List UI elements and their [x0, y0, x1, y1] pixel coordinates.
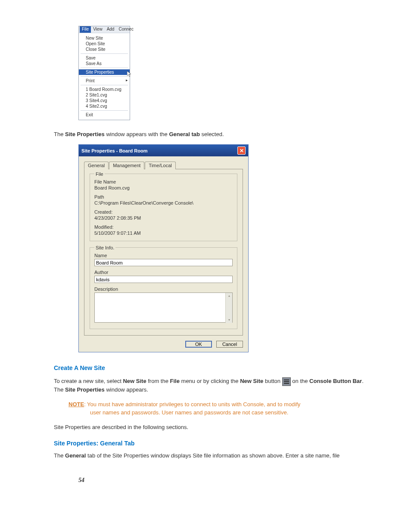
created-value: 4/23/2007 2:08:35 PM — [94, 215, 233, 221]
textarea-scrollbar[interactable]: ▴ ▾ — [225, 293, 232, 323]
menu-view[interactable]: View — [91, 26, 105, 33]
file-legend: File — [94, 171, 105, 177]
general-tab-paragraph: The General tab of the Site Properties w… — [54, 452, 364, 460]
svg-marker-0 — [127, 71, 131, 77]
create-site-paragraph: To create a new site, select New Site fr… — [54, 377, 364, 394]
dialog-title: Site Properties - Board Room — [81, 148, 147, 153]
description-textarea[interactable] — [94, 292, 233, 323]
menu-connect[interactable]: Connec — [116, 26, 135, 33]
ok-button[interactable]: OK — [185, 341, 212, 348]
file-fieldset: File File Name Board Room.cvg Path C:\Pr… — [90, 174, 237, 241]
menu-add[interactable]: Add — [105, 26, 117, 33]
site-info-fieldset: Site Info. Name Author Description ▴ ▾ — [90, 247, 237, 329]
general-tab-heading: Site Properties: General Tab — [54, 440, 364, 447]
author-label: Author — [94, 270, 233, 275]
modified-value: 5/10/2007 9:07:11 AM — [94, 230, 233, 236]
menu-item-recent-3[interactable]: 3 Site4.cvg — [79, 98, 130, 103]
cursor-icon — [127, 71, 132, 77]
modified-label: Modified: — [94, 224, 233, 230]
description-label: Description — [94, 286, 233, 292]
page-number: 54 — [78, 477, 364, 484]
tab-general[interactable]: General — [84, 162, 109, 169]
tab-time-local[interactable]: Time/Local — [145, 162, 175, 169]
menu-item-exit[interactable]: Exit — [79, 112, 130, 118]
site-info-legend: Site Info. — [94, 245, 115, 250]
site-properties-dialog: Site Properties - Board Room ✕ General M… — [78, 144, 249, 352]
path-value: C:\Program Files\ClearOne\Converge Conso… — [94, 200, 233, 205]
file-name-label: File Name — [94, 179, 233, 184]
new-site-toolbar-icon — [282, 377, 291, 386]
file-menu-screenshot: File View Add Connec New Site Open Site … — [78, 26, 130, 120]
menu-item-new-site[interactable]: New Site — [79, 35, 130, 41]
scroll-down-icon: ▾ — [226, 317, 232, 323]
dialog-tabs: General Management Time/Local — [84, 162, 243, 169]
name-input[interactable] — [94, 259, 233, 266]
dialog-button-row: OK Cancel — [84, 341, 243, 348]
author-input[interactable] — [94, 276, 233, 283]
menu-item-site-properties[interactable]: Site Properties — [79, 69, 130, 75]
tab-management[interactable]: Management — [109, 162, 144, 169]
dialog-titlebar: Site Properties - Board Room ✕ — [79, 145, 248, 156]
note-block: NOTE: You must have administrator privil… — [68, 401, 364, 416]
name-label: Name — [94, 253, 233, 258]
tab-panel-general: File File Name Board Room.cvg Path C:\Pr… — [84, 169, 243, 336]
file-dropdown: New Site Open Site Close Site Save Save … — [79, 33, 130, 120]
cancel-button[interactable]: Cancel — [216, 341, 243, 348]
menu-item-open-site[interactable]: Open Site — [79, 41, 130, 47]
created-label: Created: — [94, 209, 233, 215]
menu-file[interactable]: File — [80, 26, 91, 33]
menu-item-save[interactable]: Save — [79, 55, 130, 61]
create-site-heading: Create A New Site — [54, 364, 364, 371]
menu-item-close-site[interactable]: Close Site — [79, 47, 130, 52]
intro-text: The Site Properties window appears with … — [54, 131, 364, 138]
menu-item-recent-2[interactable]: 2 Site1.cvg — [79, 92, 130, 98]
file-name-value: Board Room.cvg — [94, 185, 233, 190]
menu-bar: File View Add Connec — [79, 26, 130, 33]
after-note-text: Site Properties are described in the fol… — [54, 423, 364, 431]
note-label: NOTE — [68, 401, 84, 408]
menu-item-label: Site Properties — [86, 70, 114, 75]
close-icon: ✕ — [240, 148, 244, 154]
path-label: Path — [94, 194, 233, 199]
close-button[interactable]: ✕ — [237, 146, 246, 155]
menu-item-print[interactable]: Print — [79, 78, 130, 84]
menu-item-recent-1[interactable]: 1 Board Room.cvg — [79, 87, 130, 92]
menu-item-save-as[interactable]: Save As — [79, 61, 130, 66]
scroll-up-icon: ▴ — [226, 293, 232, 299]
menu-item-recent-4[interactable]: 4 Site2.cvg — [79, 103, 130, 109]
